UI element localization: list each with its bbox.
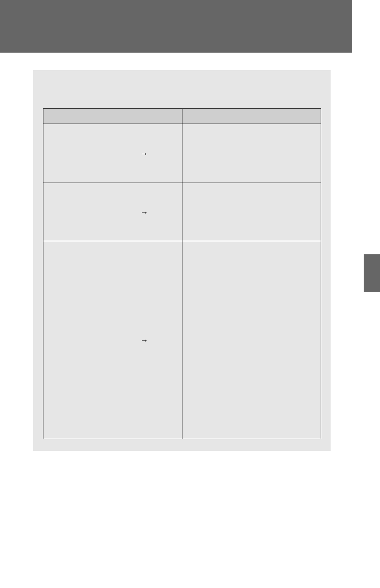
top-header-band [0,0,352,53]
table-header-row [43,109,321,124]
table-cell-right [182,124,321,183]
table-cell-right [182,241,321,439]
table-row: → [43,241,321,439]
arrow-right-icon: → [140,149,148,157]
table-cell-left: → [43,241,182,439]
table-row: → [43,124,321,183]
table-cell-left: → [43,183,182,241]
table-header-left [43,109,182,124]
arrow-right-icon: → [140,336,148,344]
table-cell-left: → [43,124,182,183]
table-header-right [182,109,321,124]
content-table: → → [43,108,321,439]
table-row: → [43,183,321,241]
side-tab[interactable] [364,254,380,292]
content-panel: → → [33,70,331,451]
table-cell-right [182,183,321,241]
arrow-right-icon: → [140,208,148,216]
